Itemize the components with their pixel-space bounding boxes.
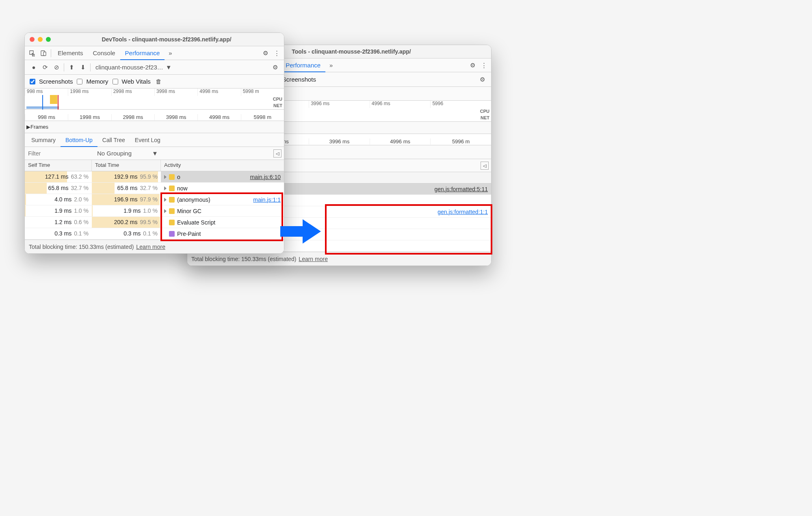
activity-cell: Pre-Paint — [161, 228, 284, 239]
titlebar: DevTools - clinquant-mousse-2f2396.netli… — [25, 33, 284, 46]
close-dot[interactable] — [30, 37, 35, 42]
collapse-icon[interactable]: ◁ — [273, 149, 281, 158]
table-row[interactable]: 127.1 ms63.2 % 192.9 ms95.9 % o main.js:… — [25, 171, 284, 183]
source-link[interactable]: gen.js:formatted:5:11 — [434, 186, 488, 192]
reload-icon[interactable]: ⟳ — [39, 62, 51, 73]
memory-checkbox[interactable] — [77, 79, 82, 84]
source-link[interactable]: gen.js:formatted:1:1 — [437, 209, 488, 215]
tab-performance[interactable]: Performance — [120, 46, 165, 60]
minimize-dot[interactable] — [38, 37, 43, 42]
frames-row[interactable]: ▶ Frames — [25, 121, 284, 133]
frames-label: Frames — [30, 124, 48, 130]
activity-name: Minor GC — [177, 208, 201, 214]
inspect-icon[interactable] — [26, 47, 38, 59]
tick: 5998 m — [241, 114, 284, 120]
tab-console[interactable]: Console — [88, 46, 120, 60]
tick: 998 ms — [25, 89, 68, 96]
category-icon — [169, 231, 175, 237]
tick: 3996 ms — [309, 138, 370, 145]
tick: 5998 m — [241, 89, 284, 96]
source-link[interactable]: main.js:1:1 — [253, 196, 281, 203]
cpu-label: CPU — [480, 109, 489, 114]
total-time-cell: 196.9 ms97.9 % — [92, 194, 161, 205]
subtab-bottomup[interactable]: Bottom-Up — [61, 133, 97, 147]
kebab-icon[interactable]: ⋮ — [478, 60, 489, 71]
tick: 2998 ms — [111, 89, 154, 96]
settings-icon[interactable]: ⚙ — [269, 62, 281, 73]
grouping-select[interactable]: No Grouping▼ — [94, 150, 161, 157]
subtab-summary[interactable]: Summary — [26, 133, 61, 147]
col-total[interactable]: Total Time — [92, 160, 161, 171]
ruler[interactable]: 998 ms 1998 ms 2998 ms 3998 ms 4998 ms 5… — [25, 110, 284, 121]
settings-icon[interactable]: ⚙ — [476, 74, 488, 85]
self-time-cell: 65.8 ms32.7 % — [25, 183, 92, 194]
tick: 4996 ms — [370, 101, 431, 108]
tick: 4996 ms — [370, 138, 431, 145]
kebab-icon[interactable]: ⋮ — [271, 47, 282, 59]
col-activity[interactable]: Activity — [161, 160, 284, 171]
tick: 1998 ms — [68, 114, 111, 120]
trash-icon[interactable]: 🗑 — [153, 76, 165, 87]
table-row[interactable]: 0.3 ms0.1 % 0.3 ms0.1 % Pre-Paint — [25, 228, 284, 240]
timeline-overview[interactable]: 998 ms 1998 ms 2998 ms 3998 ms 4998 ms 5… — [25, 89, 284, 110]
category-icon — [169, 197, 175, 203]
screenshots-label: Screenshots — [39, 78, 73, 85]
col-self[interactable]: Self Time — [25, 160, 92, 171]
activity-name: o — [177, 174, 180, 180]
url-select[interactable]: clinquant-mousse-2f23… ▼ — [95, 64, 172, 71]
dropdown-icon: ▼ — [152, 150, 158, 157]
footer: Total blocking time: 150.33ms (estimated… — [25, 240, 284, 253]
cpu-label: CPU — [273, 97, 282, 101]
learn-more-link[interactable]: Learn more — [136, 244, 165, 250]
table-row[interactable]: 65.8 ms32.7 % 65.8 ms32.7 % now — [25, 183, 284, 194]
record-icon[interactable]: ● — [28, 62, 39, 73]
device-icon[interactable] — [38, 47, 49, 59]
self-time-cell: 1.9 ms1.0 % — [25, 205, 92, 216]
learn-more-link[interactable]: Learn more — [299, 256, 328, 262]
category-icon — [169, 174, 175, 180]
screenshots-checkbox[interactable] — [30, 79, 35, 84]
settings-icon[interactable]: ⚙ — [260, 47, 271, 59]
more-tabs-icon[interactable]: » — [325, 60, 337, 71]
category-icon — [169, 208, 175, 214]
total-time-cell: 1.9 ms1.0 % — [92, 205, 161, 216]
tick: 3996 ms — [309, 101, 370, 108]
settings-icon[interactable]: ⚙ — [467, 60, 478, 71]
clear-icon[interactable]: ⊘ — [51, 62, 62, 73]
table-row[interactable]: 1.2 ms0.6 % 200.2 ms99.5 % Evaluate Scri… — [25, 217, 284, 228]
subtab-eventlog[interactable]: Event Log — [130, 133, 165, 147]
panel-tabs: Elements Console Performance » ⚙ ⋮ — [25, 46, 284, 60]
svg-rect-1 — [43, 52, 46, 56]
collapse-icon[interactable]: ◁ — [481, 162, 489, 170]
filter-input[interactable] — [25, 147, 94, 160]
upload-icon[interactable]: ⬆ — [66, 62, 77, 73]
activity-cell: (anonymous) main.js:1:1 — [161, 194, 284, 205]
window-title: DevTools - clinquant-mousse-2f2396.netli… — [54, 36, 279, 43]
perf-toolbar: ● ⟳ ⊘ ⬆ ⬇ clinquant-mousse-2f23… ▼ ⚙ — [25, 60, 284, 75]
net-label: NET — [481, 115, 489, 120]
more-tabs-icon[interactable]: » — [165, 47, 176, 59]
category-icon — [169, 186, 175, 191]
source-link[interactable]: main.js:6:10 — [250, 174, 281, 180]
memory-label: Memory — [86, 78, 108, 85]
activity-cell: Evaluate Script — [161, 217, 284, 228]
expand-icon[interactable] — [164, 186, 167, 190]
expand-icon[interactable] — [164, 209, 167, 213]
download-icon[interactable]: ⬇ — [77, 62, 89, 73]
expand-icon[interactable] — [164, 198, 167, 202]
footer: Total blocking time: 150.33ms (estimated… — [187, 252, 491, 266]
category-icon — [169, 220, 175, 225]
activity-cell: Minor GC — [161, 205, 284, 216]
expand-icon[interactable] — [164, 175, 167, 179]
tick: 4998 ms — [197, 114, 240, 120]
net-label: NET — [273, 103, 282, 108]
activity-name: (anonymous) — [177, 196, 210, 203]
webvitals-checkbox[interactable] — [113, 79, 118, 84]
tab-performance[interactable]: Performance — [281, 58, 325, 72]
subtab-calltree[interactable]: Call Tree — [97, 133, 130, 147]
total-time-cell: 0.3 ms0.1 % — [92, 228, 161, 239]
table-row[interactable]: 4.0 ms2.0 % 196.9 ms97.9 % (anonymous) m… — [25, 194, 284, 205]
table-row[interactable]: 1.9 ms1.0 % 1.9 ms1.0 % Minor GC — [25, 205, 284, 217]
tab-elements[interactable]: Elements — [53, 46, 88, 60]
maximize-dot[interactable] — [46, 37, 51, 42]
